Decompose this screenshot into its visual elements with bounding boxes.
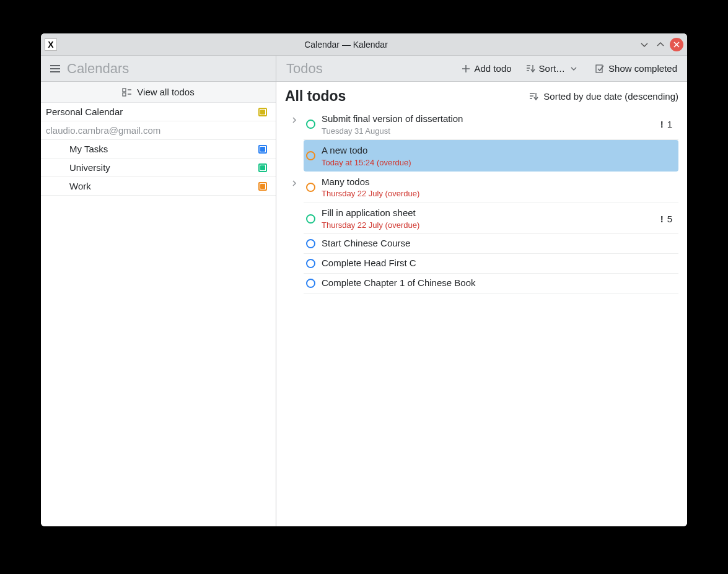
todo-due-date: Thursday 22 July (overdue) — [322, 220, 656, 230]
sort-button[interactable]: Sort… — [525, 63, 582, 74]
todo-title: Fill in application sheet — [322, 207, 656, 219]
sort-label: Sort… — [539, 63, 566, 74]
todo-complete-toggle[interactable] — [306, 279, 315, 288]
sidebar-header: Calendars — [41, 56, 276, 81]
todo-due-date: Tuesday 31 August — [322, 126, 656, 136]
calendar-item[interactable]: Work — [41, 177, 276, 196]
sidebar-title: Calendars — [67, 61, 129, 77]
todo-complete-toggle[interactable] — [306, 259, 315, 268]
todo-item[interactable]: Fill in application sheetThursday 22 Jul… — [304, 202, 678, 234]
sort-icon — [525, 64, 535, 74]
sorted-by-label: Sorted by due date (descending) — [543, 91, 678, 102]
todo-due-date: Thursday 22 July (overdue) — [322, 189, 672, 198]
show-completed-button[interactable]: Show completed — [595, 63, 677, 74]
todo-item[interactable]: Submit final version of dissertationTues… — [304, 108, 678, 140]
todo-complete-toggle[interactable] — [306, 214, 315, 224]
todo-item[interactable]: Complete Head First C — [304, 254, 678, 274]
expand-toggle[interactable] — [285, 172, 304, 186]
app-icon: X — [45, 38, 57, 51]
calendar-color-chip — [258, 145, 267, 154]
view-all-todos-button[interactable]: View all todos — [41, 82, 276, 103]
todo-title: Start Chinese Course — [322, 238, 672, 250]
calendar-item[interactable]: My Tasks — [41, 140, 276, 159]
priority-value: 1 — [667, 119, 672, 129]
todo-title: A new todo — [322, 145, 672, 157]
calendar-label: Personal Calendar — [46, 107, 258, 117]
close-icon — [673, 41, 680, 48]
calendar-label: Work — [69, 181, 258, 191]
todo-row: Start Chinese Course — [285, 234, 678, 254]
todo-row: A new todoToday at 15:24 (overdue) — [285, 140, 678, 172]
priority-value: 5 — [667, 214, 672, 224]
hamburger-menu-button[interactable] — [50, 63, 61, 74]
todos-header: All todos Sorted by due date (descending… — [285, 88, 678, 105]
todo-complete-toggle[interactable] — [306, 120, 315, 129]
calendar-label: University — [69, 162, 258, 173]
todo-item[interactable]: A new todoToday at 15:24 (overdue) — [304, 140, 678, 172]
todo-complete-toggle[interactable] — [306, 151, 315, 160]
todo-row: Complete Head First C — [285, 254, 678, 274]
add-todo-button[interactable]: Add todo — [461, 63, 512, 74]
body: View all todos Personal Calendar claudio… — [41, 82, 687, 526]
account-row[interactable]: claudio.cambra@gmail.com — [41, 121, 276, 140]
todo-row: Many todosThursday 22 July (overdue) — [285, 172, 678, 203]
add-todo-label: Add todo — [475, 63, 512, 74]
todo-text: Submit final version of dissertationTues… — [322, 113, 656, 136]
todo-text: Start Chinese Course — [322, 238, 672, 250]
view-all-label: View all todos — [137, 87, 194, 97]
sorted-by-indicator[interactable]: Sorted by due date (descending) — [528, 91, 678, 102]
show-completed-label: Show completed — [608, 63, 677, 74]
svg-rect-14 — [123, 93, 126, 96]
todo-priority: !5 — [660, 214, 672, 224]
header: Calendars Todos Add todo — [41, 56, 687, 82]
todo-text: Complete Head First C — [322, 258, 672, 269]
chevron-right-icon — [291, 117, 297, 123]
task-check-icon — [595, 64, 605, 74]
calendar-item-personal[interactable]: Personal Calendar — [41, 103, 276, 121]
todo-title: Many todos — [322, 176, 672, 188]
todo-text: Complete Chapter 1 of Chinese Book — [322, 277, 672, 289]
main-title: Todos — [286, 61, 323, 77]
main-pane: All todos Sorted by due date (descending… — [276, 82, 687, 526]
chevron-right-icon — [291, 180, 297, 186]
calendar-item[interactable]: University — [41, 159, 276, 177]
calendar-color-chip — [258, 163, 267, 172]
todo-due-date: Today at 15:24 (overdue) — [322, 158, 672, 167]
calendar-color-chip — [258, 182, 267, 191]
chevron-up-icon — [656, 40, 665, 49]
todo-text: Many todosThursday 22 July (overdue) — [322, 176, 672, 199]
svg-rect-12 — [123, 89, 126, 92]
todo-item[interactable]: Start Chinese Course — [304, 234, 678, 254]
hamburger-icon — [50, 63, 61, 74]
chevron-down-icon — [640, 40, 649, 49]
sidebar: View all todos Personal Calendar claudio… — [41, 82, 276, 526]
priority-icon: ! — [660, 214, 664, 224]
window-title: Calendar — Kalendar — [57, 40, 635, 50]
todo-row: Complete Chapter 1 of Chinese Book — [285, 274, 678, 294]
todo-title: Complete Head First C — [322, 258, 672, 269]
app-window: X Calendar — Kalendar Calendars Todos — [41, 33, 687, 526]
expand-toggle[interactable] — [285, 108, 304, 123]
todo-item[interactable]: Many todosThursday 22 July (overdue) — [304, 172, 678, 203]
account-label: claudio.cambra@gmail.com — [46, 125, 271, 136]
todo-item[interactable]: Complete Chapter 1 of Chinese Book — [304, 274, 678, 294]
window-close-button[interactable] — [670, 38, 683, 51]
main-header: Todos Add todo Sort… — [276, 56, 687, 81]
todo-title: Complete Chapter 1 of Chinese Book — [322, 277, 672, 289]
sort-desc-icon — [528, 92, 538, 102]
window-minimize-button[interactable] — [638, 38, 651, 51]
tasks-icon — [122, 87, 132, 97]
window-maximize-button[interactable] — [654, 38, 667, 51]
todo-complete-toggle[interactable] — [306, 183, 315, 192]
priority-icon: ! — [660, 119, 664, 129]
todo-list: Submit final version of dissertationTues… — [285, 108, 678, 294]
todo-priority: !1 — [660, 119, 672, 129]
chevron-down-icon — [570, 65, 577, 72]
todo-title: Submit final version of dissertation — [322, 113, 656, 125]
todo-complete-toggle[interactable] — [306, 239, 315, 248]
calendar-color-chip — [258, 108, 267, 116]
todos-heading: All todos — [285, 88, 346, 105]
todo-row: Fill in application sheetThursday 22 Jul… — [285, 202, 678, 234]
plus-icon — [461, 64, 471, 74]
todo-text: Fill in application sheetThursday 22 Jul… — [322, 207, 656, 230]
